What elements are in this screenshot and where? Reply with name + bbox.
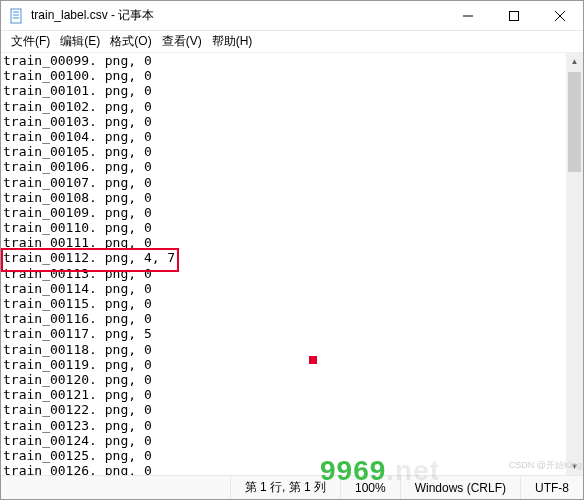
status-zoom: 100% xyxy=(340,476,400,499)
text-area[interactable]: train_00099. png, 0train_00100. png, 0tr… xyxy=(1,53,566,475)
text-line: train_00110. png, 0 xyxy=(3,220,564,235)
text-line: train_00113. png, 0 xyxy=(3,266,564,281)
titlebar-left: train_label.csv - 记事本 xyxy=(1,7,445,24)
menu-format[interactable]: 格式(O) xyxy=(106,31,155,52)
text-line: train_00122. png, 0 xyxy=(3,402,564,417)
menu-view[interactable]: 查看(V) xyxy=(158,31,206,52)
text-line: train_00112. png, 4, 7 xyxy=(3,250,564,265)
text-line: train_00100. png, 0 xyxy=(3,68,564,83)
text-line: train_00120. png, 0 xyxy=(3,372,564,387)
text-line: train_00123. png, 0 xyxy=(3,418,564,433)
scroll-up-button[interactable]: ▲ xyxy=(566,53,583,70)
vertical-scrollbar[interactable]: ▲ ▼ xyxy=(566,53,583,475)
text-line: train_00119. png, 0 xyxy=(3,357,564,372)
close-button[interactable] xyxy=(537,1,583,30)
notepad-window: train_label.csv - 记事本 文件(F) 编辑(E) 格式(O) … xyxy=(0,0,584,500)
status-encoding: UTF-8 xyxy=(520,476,583,499)
text-line: train_00116. png, 0 xyxy=(3,311,564,326)
content-wrap: train_00099. png, 0train_00100. png, 0tr… xyxy=(1,53,583,475)
text-line: train_00109. png, 0 xyxy=(3,205,564,220)
menubar: 文件(F) 编辑(E) 格式(O) 查看(V) 帮助(H) xyxy=(1,31,583,53)
text-line: train_00118. png, 0 xyxy=(3,342,564,357)
scroll-track[interactable] xyxy=(566,70,583,458)
status-position: 第 1 行, 第 1 列 xyxy=(230,476,340,499)
text-line: train_00121. png, 0 xyxy=(3,387,564,402)
text-line: train_00125. png, 0 xyxy=(3,448,564,463)
titlebar: train_label.csv - 记事本 xyxy=(1,1,583,31)
text-line: train_00099. png, 0 xyxy=(3,53,564,68)
text-line: train_00114. png, 0 xyxy=(3,281,564,296)
status-lineending: Windows (CRLF) xyxy=(400,476,520,499)
statusbar: 第 1 行, 第 1 列 100% Windows (CRLF) UTF-8 xyxy=(1,475,583,499)
menu-help[interactable]: 帮助(H) xyxy=(208,31,257,52)
text-line: train_00101. png, 0 xyxy=(3,83,564,98)
menu-file[interactable]: 文件(F) xyxy=(7,31,54,52)
window-controls xyxy=(445,1,583,30)
notepad-icon xyxy=(9,8,25,24)
text-line: train_00105. png, 0 xyxy=(3,144,564,159)
scroll-thumb[interactable] xyxy=(568,72,581,172)
text-line: train_00117. png, 5 xyxy=(3,326,564,341)
text-line: train_00126. png, 0 xyxy=(3,463,564,475)
text-line: train_00111. png, 0 xyxy=(3,235,564,250)
text-line: train_00124. png, 0 xyxy=(3,433,564,448)
text-line: train_00107. png, 0 xyxy=(3,175,564,190)
minimize-button[interactable] xyxy=(445,1,491,30)
maximize-button[interactable] xyxy=(491,1,537,30)
window-title: train_label.csv - 记事本 xyxy=(31,7,154,24)
svg-rect-5 xyxy=(510,11,519,20)
svg-rect-0 xyxy=(11,9,21,23)
text-line: train_00106. png, 0 xyxy=(3,159,564,174)
text-line: train_00115. png, 0 xyxy=(3,296,564,311)
text-line: train_00108. png, 0 xyxy=(3,190,564,205)
menu-edit[interactable]: 编辑(E) xyxy=(56,31,104,52)
text-line: train_00103. png, 0 xyxy=(3,114,564,129)
scroll-down-button[interactable]: ▼ xyxy=(566,458,583,475)
text-line: train_00104. png, 0 xyxy=(3,129,564,144)
text-line: train_00102. png, 0 xyxy=(3,99,564,114)
